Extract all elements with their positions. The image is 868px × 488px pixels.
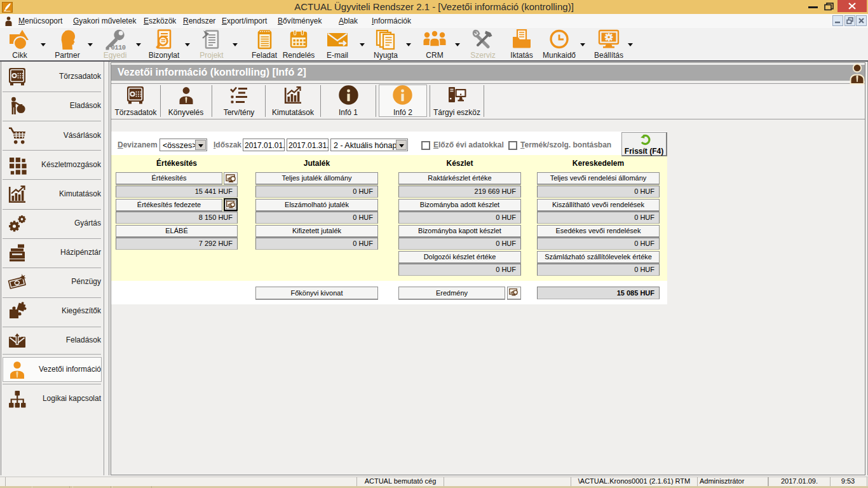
svg-text:0110: 0110 [111, 44, 125, 50]
